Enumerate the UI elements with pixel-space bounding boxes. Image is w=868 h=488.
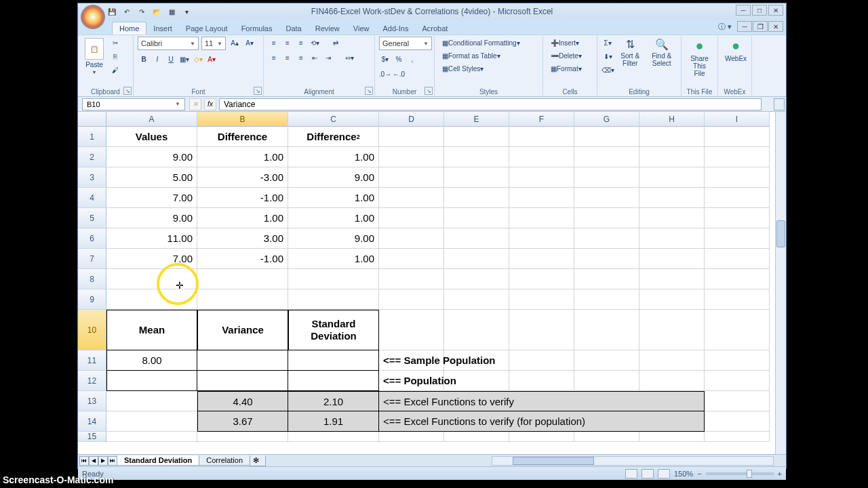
cell-I1[interactable] (705, 127, 770, 147)
first-sheet-button[interactable]: ⏮ (79, 456, 89, 466)
cell-D1[interactable] (379, 127, 444, 147)
cell-B12[interactable] (197, 371, 288, 391)
cell-H15[interactable] (639, 432, 705, 442)
col-header-G[interactable]: G (574, 112, 639, 127)
cell-C7[interactable]: 1.00 (288, 249, 379, 269)
format-cells-button[interactable]: ▦ Format ▾ (547, 62, 585, 75)
row-header-12[interactable]: 12 (78, 371, 106, 391)
align-center-icon[interactable]: ≡ (281, 52, 294, 64)
percent-icon[interactable]: % (393, 53, 405, 65)
row-header-4[interactable]: 4 (78, 188, 106, 208)
font-name-combo[interactable]: Calibri▼ (138, 37, 199, 50)
cell-B3[interactable]: -3.00 (197, 167, 288, 188)
clipboard-launcher[interactable]: ↘ (123, 87, 132, 95)
name-box[interactable]: B10▼ (82, 98, 185, 110)
cell-E2[interactable] (444, 147, 509, 167)
cell-F9[interactable] (509, 289, 574, 310)
cell-F7[interactable] (509, 249, 574, 269)
cell-A5[interactable]: 9.00 (106, 208, 197, 228)
cell-G7[interactable] (574, 249, 639, 269)
cell-A9[interactable] (106, 289, 197, 310)
border-button[interactable]: ▦▾ (178, 53, 191, 65)
sheet-tab-standard-deviation[interactable]: Standard Deviation (117, 455, 199, 466)
find-select-button[interactable]: 🔍 Find & Select (646, 37, 677, 68)
font-size-combo[interactable]: 11▼ (201, 37, 226, 50)
cell-D8[interactable] (379, 269, 444, 289)
tab-page-layout[interactable]: Page Layout (179, 22, 235, 35)
expand-formula-bar[interactable] (774, 98, 785, 110)
cell-C9[interactable] (288, 289, 379, 310)
col-header-A[interactable]: A (106, 112, 197, 127)
cell-B15[interactable] (197, 432, 288, 442)
doc-close-button[interactable]: ✕ (768, 21, 783, 32)
cell-E3[interactable] (444, 167, 509, 188)
share-file-button[interactable]: ●Share This File (686, 37, 713, 79)
cell-E7[interactable] (444, 249, 509, 269)
fill-icon[interactable]: ⬇▾ (601, 50, 614, 62)
cell-F6[interactable] (509, 228, 574, 249)
cell-H11[interactable] (639, 350, 705, 371)
cell-H8[interactable] (639, 269, 705, 289)
cell-E6[interactable] (444, 228, 509, 249)
row-header-14[interactable]: 14 (78, 411, 106, 432)
cell-A13[interactable] (106, 391, 197, 411)
cell-D6[interactable] (379, 228, 444, 249)
cell-I5[interactable] (705, 208, 770, 228)
cell-E1[interactable] (444, 127, 509, 147)
increase-decimal-icon[interactable]: .0→ (379, 68, 391, 80)
cell-C1[interactable]: Difference2 (288, 127, 379, 147)
cell-G9[interactable] (574, 289, 639, 310)
cell-A12[interactable] (106, 371, 197, 391)
cell-C10[interactable]: Standard Deviation (288, 310, 379, 350)
align-left-icon[interactable]: ≡ (268, 52, 280, 64)
cell-I12[interactable] (705, 371, 770, 391)
cell-F11[interactable] (509, 350, 574, 371)
cell-I3[interactable] (705, 167, 770, 188)
tab-insert[interactable]: Insert (146, 22, 179, 35)
conditional-formatting-button[interactable]: ▦ Conditional Formatting ▾ (439, 37, 524, 49)
cell-D9[interactable] (379, 289, 444, 310)
cell-I13[interactable] (705, 391, 770, 411)
cell-C8[interactable] (288, 269, 379, 289)
cut-icon[interactable]: ✂ (109, 37, 121, 49)
cell-F15[interactable] (509, 432, 574, 442)
cell-G11[interactable] (574, 350, 639, 371)
cell-A1[interactable]: Values (106, 127, 197, 147)
worksheet-grid[interactable]: 123456789101112131415 ABCDEFGHI ValuesDi… (78, 112, 786, 454)
zoom-level[interactable]: 150% (674, 470, 693, 478)
delete-cells-button[interactable]: ➖ Delete ▾ (547, 49, 585, 62)
cell-D13[interactable]: <== Excel Functions to verify (379, 391, 705, 411)
save-icon[interactable]: 💾 (106, 6, 117, 17)
cell-A11[interactable]: 8.00 (106, 350, 197, 371)
help-icon[interactable]: ⓘ ▾ (718, 22, 732, 32)
normal-view-button[interactable] (625, 469, 637, 479)
merge-center-button[interactable]: ⇔▾ (336, 52, 363, 64)
cell-E15[interactable] (444, 432, 509, 442)
copy-icon[interactable]: ⎘ (109, 50, 121, 62)
cell-B14[interactable]: 3.67 (197, 411, 288, 432)
cell-F3[interactable] (509, 167, 574, 188)
webex-button[interactable]: ●WebEx (722, 37, 749, 64)
format-painter-icon[interactable]: 🖌 (109, 64, 121, 76)
col-header-B[interactable]: B (197, 112, 288, 127)
page-layout-view-button[interactable] (642, 469, 654, 479)
cell-F5[interactable] (509, 208, 574, 228)
row-header-3[interactable]: 3 (78, 167, 106, 188)
cell-I9[interactable] (705, 289, 770, 310)
cell-H3[interactable] (639, 167, 705, 188)
italic-button[interactable]: I (151, 53, 163, 65)
cell-B11[interactable] (197, 350, 288, 371)
row-header-6[interactable]: 6 (78, 228, 106, 249)
cell-C3[interactable]: 9.00 (288, 167, 379, 188)
row-header-1[interactable]: 1 (78, 127, 106, 147)
cell-G12[interactable] (574, 371, 639, 391)
horizontal-scrollbar[interactable] (492, 456, 774, 466)
decrease-indent-icon[interactable]: ⇤ (309, 52, 321, 64)
shrink-font-icon[interactable]: A▾ (243, 37, 256, 49)
cell-I15[interactable] (705, 432, 770, 442)
col-header-C[interactable]: C (288, 112, 379, 127)
comma-icon[interactable]: , (406, 53, 418, 65)
cell-A4[interactable]: 7.00 (106, 188, 197, 208)
cell-H10[interactable] (639, 310, 705, 350)
cell-A2[interactable]: 9.00 (106, 147, 197, 167)
